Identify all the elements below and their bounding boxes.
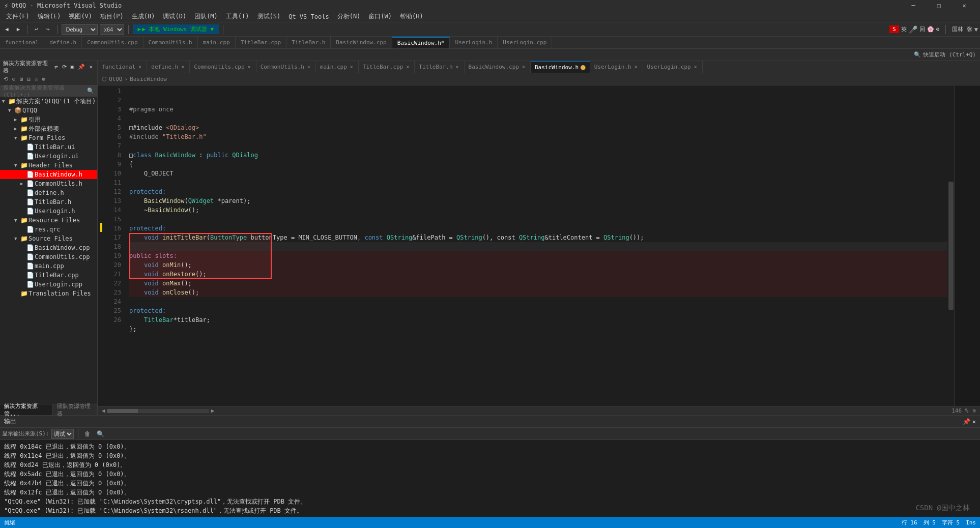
maximize-button[interactable]: □ — [927, 0, 950, 11]
tree-item-userlogin_cpp[interactable]: 📄UserLogin.cpp — [0, 280, 97, 289]
toolbar-forward[interactable]: ▶ — [14, 25, 23, 34]
file-tab-titlebarcpp[interactable]: TitleBar.cpp× — [359, 61, 415, 73]
tree-item-commonutils_h[interactable]: ▶📄CommonUtils.h — [0, 179, 97, 188]
tab-close-btn[interactable]: × — [455, 64, 460, 70]
se-toolbar-btn2[interactable]: ⊕ — [11, 76, 17, 82]
nav-tab-basicwindowh[interactable]: BasicWindow.h* — [392, 37, 450, 48]
tree-item-userlogin_h[interactable]: 📄UserLogin.h — [0, 207, 97, 216]
scroll-left-btn[interactable]: ◀ — [102, 407, 105, 414]
menu-item-p[interactable]: 项目(P) — [96, 11, 128, 22]
tree-item-yiyong[interactable]: ▶📁引用 — [0, 115, 97, 124]
se-pin-btn[interactable]: 📌 — [76, 64, 87, 70]
tree-item-basicwindow_cpp[interactable]: 📄BasicWindow.cpp — [0, 243, 97, 252]
nav-tab-basicwindowcpp[interactable]: BasicWindow.cpp — [331, 37, 392, 48]
tab-close-btn[interactable]: × — [180, 64, 185, 70]
se-refresh-btn[interactable]: ⟳ — [61, 64, 68, 70]
output-clear-btn[interactable]: 🗑 — [82, 430, 93, 437]
nav-tab-commonutilscpp[interactable]: CommonUtils.cpp — [82, 37, 143, 48]
output-close-btn[interactable]: ✕ — [972, 418, 976, 425]
tree-item-define_h[interactable]: 📄define.h — [0, 188, 97, 197]
solution-search-icon[interactable]: 🔍 — [87, 87, 94, 94]
menu-item-e[interactable]: 编辑(E) — [34, 11, 65, 22]
tab-solution-explorer[interactable]: 解决方案资源管... — [0, 404, 53, 415]
se-toolbar-btn3[interactable]: ⊞ — [18, 76, 25, 82]
toolbar-undo[interactable]: ↩ — [32, 25, 41, 34]
tree-item-form_files[interactable]: ▼📁Form Files — [0, 133, 97, 142]
tab-close-btn[interactable]: × — [137, 64, 142, 70]
menu-item-s[interactable]: 测试(S) — [253, 11, 285, 22]
tab-close-btn[interactable]: × — [633, 64, 639, 70]
tree-item-translation_files[interactable]: 📁Translation Files — [0, 289, 97, 298]
build-config-dropdown[interactable]: Debug Release — [62, 24, 98, 35]
tree-item-header_files[interactable]: ▼📁Header Files — [0, 161, 97, 170]
minimize-button[interactable]: ─ — [902, 0, 925, 11]
file-tab-userloginh[interactable]: UserLogin.h× — [590, 61, 643, 73]
menu-item-n[interactable]: 分析(N) — [333, 11, 365, 22]
file-tab-commonutilsh[interactable]: CommonUtils.h× — [256, 61, 316, 73]
se-toolbar-btn6[interactable]: ⊕ — [41, 76, 47, 82]
menu-item-f[interactable]: 文件(F) — [2, 11, 34, 22]
tree-item-titlebar_cpp[interactable]: 📄TitleBar.cpp — [0, 271, 97, 280]
editor-scrollbar[interactable] — [947, 85, 955, 406]
code-editor[interactable]: #pragma once □#include <QDialog>#include… — [125, 85, 947, 406]
file-tab-titlebarh[interactable]: TitleBar.h× — [415, 61, 464, 73]
output-source-select[interactable]: 调试 生成 — [51, 429, 74, 439]
close-button[interactable]: ✕ — [953, 0, 976, 11]
tab-close-btn[interactable]: × — [693, 64, 698, 70]
nav-tab-functional[interactable]: functional — [0, 37, 44, 48]
file-tab-functional[interactable]: functional× — [98, 61, 147, 73]
tree-item-source_files[interactable]: ▼📁Source Files — [0, 234, 97, 243]
se-close-btn[interactable]: ✕ — [88, 64, 94, 70]
se-toolbar-btn5[interactable]: ≡ — [33, 76, 40, 82]
tree-item-waibuyilai[interactable]: ▶📁外部依赖项 — [0, 124, 97, 133]
tab-close-btn[interactable]: × — [521, 64, 526, 70]
tree-item-basicwindow_h[interactable]: 📄BasicWindow.h — [0, 170, 97, 179]
tree-item-commonutils_cpp[interactable]: 📄CommonUtils.cpp — [0, 252, 97, 261]
nav-tab-maincpp[interactable]: main.cpp — [198, 37, 236, 48]
nav-tab-defineh[interactable]: define.h — [44, 37, 82, 48]
file-tab-basicwindowh[interactable]: BasicWindow.h ● — [531, 61, 590, 73]
tab-close-btn[interactable]: × — [405, 64, 410, 70]
menu-item-w[interactable]: 窗口(W) — [364, 11, 396, 22]
toolbar-redo[interactable]: ↪ — [43, 25, 53, 34]
file-tab-userlogincpp[interactable]: UserLogin.cpp× — [643, 61, 703, 73]
nav-tab-commonutilsh[interactable]: CommonUtils.h — [143, 37, 198, 48]
se-toolbar-btn1[interactable]: ⟲ — [2, 76, 10, 82]
nav-tab-userloginh[interactable]: UserLogin.h — [450, 37, 498, 48]
menu-item-qtvstools[interactable]: Qt VS Tools — [284, 12, 333, 21]
tree-item-qtqq[interactable]: ▼📦QTQQ — [0, 106, 97, 115]
tree-item-resource_files[interactable]: ▼📁Resource Files — [0, 216, 97, 225]
menu-item-d[interactable]: 调试(D) — [159, 11, 190, 22]
tree-item-solution[interactable]: ▼📁解决方案'QtQQ'(1 个项目) — [0, 97, 97, 106]
tab-close-btn[interactable]: × — [247, 64, 252, 70]
file-tab-basicwindowcpp[interactable]: BasicWindow.cpp× — [465, 61, 531, 73]
run-button[interactable]: ▶ ▶ 本地 Windows 调试器 ▼ — [133, 24, 219, 34]
tree-item-res_qrc[interactable]: 📄res.qrc — [0, 225, 97, 234]
menu-item-m[interactable]: 团队(M) — [190, 11, 222, 22]
toolbar-back[interactable]: ◀ — [2, 25, 12, 34]
menu-item-t[interactable]: 工具(T) — [222, 11, 253, 22]
se-collapse-btn[interactable]: ▣ — [69, 64, 76, 70]
menu-item-h[interactable]: 帮助(H) — [396, 11, 427, 22]
se-sync-btn[interactable]: ⇄ — [53, 64, 60, 70]
nav-tab-userlogincpp[interactable]: UserLogin.cpp — [498, 37, 552, 48]
file-tab-defineh[interactable]: define.h× — [147, 61, 190, 73]
tree-item-titlebar_h[interactable]: 📄TitleBar.h — [0, 197, 97, 207]
platform-dropdown[interactable]: x64 x86 — [100, 24, 124, 35]
tab-close-btn[interactable]: × — [306, 64, 311, 70]
menu-item-v[interactable]: 视图(V) — [65, 11, 96, 22]
scrollbar-thumb[interactable] — [948, 182, 954, 310]
tree-item-main_cpp[interactable]: 📄main.cpp — [0, 261, 97, 271]
menu-item-b[interactable]: 生成(B) — [128, 11, 159, 22]
tree-item-userlogin_ui[interactable]: 📄UserLogin.ui — [0, 152, 97, 161]
tab-team-explorer[interactable]: 团队资源管理器 — [53, 404, 97, 415]
tree-item-titlebar_ui[interactable]: 📄TitleBar.ui — [0, 142, 97, 152]
scroll-thumb[interactable] — [107, 409, 138, 413]
output-pin-btn[interactable]: 📌 — [963, 418, 970, 425]
zoom-btn[interactable]: ⊕ — [972, 407, 976, 414]
tab-close-btn[interactable]: × — [349, 64, 354, 70]
file-tab-commonutilscpp[interactable]: CommonUtils.cpp× — [190, 61, 256, 73]
scroll-right-btn[interactable]: ▶ — [211, 407, 215, 414]
output-find-btn[interactable]: 🔍 — [95, 430, 106, 437]
nav-tab-titlebarh[interactable]: TitleBar.h — [286, 37, 331, 48]
